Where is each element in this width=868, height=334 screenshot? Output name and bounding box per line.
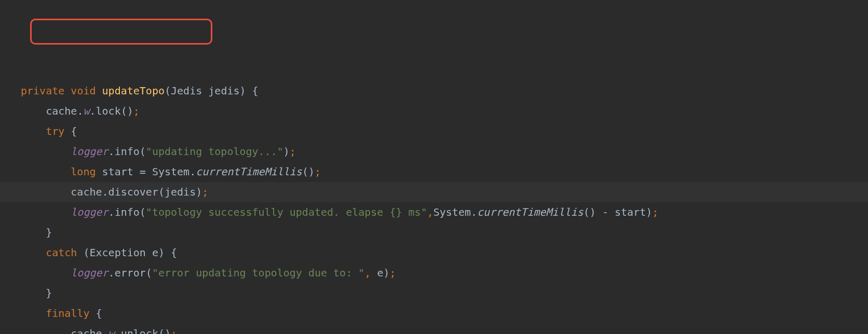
ident: cache bbox=[46, 105, 77, 117]
field: w bbox=[83, 105, 89, 117]
ident: jedis bbox=[165, 186, 196, 198]
code-line[interactable]: logger.info("updating topology..."); bbox=[0, 142, 868, 162]
field: w bbox=[108, 327, 115, 334]
paren: ( bbox=[158, 186, 165, 198]
brace: } bbox=[46, 226, 52, 239]
parens: () bbox=[302, 165, 315, 178]
brace: { bbox=[89, 307, 102, 319]
keyword: finally bbox=[46, 307, 89, 319]
code-line[interactable]: logger.error("error updating topology du… bbox=[0, 263, 868, 283]
op: = bbox=[140, 165, 152, 178]
semicolon: ; bbox=[315, 165, 321, 178]
field: logger bbox=[71, 267, 108, 279]
op: - bbox=[596, 206, 615, 218]
comma: , bbox=[364, 267, 371, 279]
paren: ( bbox=[146, 267, 152, 279]
paren: ( bbox=[165, 85, 171, 97]
string: "updating topology..." bbox=[146, 145, 283, 158]
semicolon: ; bbox=[133, 105, 140, 117]
paren: ( bbox=[140, 145, 146, 158]
code-line[interactable]: logger.info("topology successfully updat… bbox=[0, 202, 868, 222]
paren: ) bbox=[240, 85, 246, 97]
parens: () bbox=[158, 327, 171, 334]
dot: . bbox=[102, 327, 108, 334]
param-type: Jedis bbox=[171, 85, 202, 97]
paren: ( bbox=[77, 246, 89, 259]
string: "error updating topology due to: " bbox=[152, 267, 364, 279]
semicolon: ; bbox=[290, 145, 296, 158]
code-line[interactable]: } bbox=[0, 283, 868, 303]
keyword: long bbox=[71, 165, 96, 178]
keyword: try bbox=[46, 125, 64, 137]
method-call: discover bbox=[108, 186, 158, 198]
method-call: unlock bbox=[121, 327, 158, 334]
dot: . bbox=[89, 105, 96, 117]
ident: start bbox=[102, 165, 140, 178]
string: "topology successfully updated. elapse {… bbox=[146, 206, 427, 218]
paren: ) bbox=[646, 206, 652, 218]
dot: . bbox=[108, 267, 115, 279]
brace: } bbox=[46, 287, 52, 299]
keyword: void bbox=[71, 85, 96, 97]
code-line[interactable]: } bbox=[0, 222, 868, 243]
class-ref: System. bbox=[433, 206, 477, 218]
keyword: private bbox=[21, 85, 64, 97]
ident: e bbox=[146, 246, 158, 259]
parens: () bbox=[584, 206, 596, 218]
code-line-current[interactable]: cache.discover(jedis); bbox=[0, 182, 868, 202]
method-call: error bbox=[115, 267, 146, 279]
semicolon: ; bbox=[652, 206, 658, 218]
dot: . bbox=[108, 145, 115, 158]
code-line[interactable]: long start = System.currentTimeMillis(); bbox=[0, 162, 868, 182]
brace: { bbox=[64, 125, 77, 137]
field: logger bbox=[71, 145, 108, 158]
ident: cache bbox=[71, 186, 102, 198]
field: logger bbox=[71, 206, 108, 218]
paren: ) bbox=[158, 246, 165, 259]
code-line[interactable]: finally { bbox=[0, 303, 868, 324]
comma: , bbox=[427, 206, 433, 218]
brace: { bbox=[165, 246, 177, 259]
code-line[interactable]: cache.w.unlock(); bbox=[0, 324, 868, 334]
ident: e bbox=[371, 267, 383, 279]
semicolon: ; bbox=[202, 186, 208, 198]
code-line[interactable]: catch (Exception e) { bbox=[0, 243, 868, 263]
method-call: info bbox=[115, 145, 140, 158]
code-line[interactable]: private void updateTopo(Jedis jedis) { bbox=[0, 81, 868, 101]
method-call: lock bbox=[96, 105, 121, 117]
method-call: info bbox=[115, 206, 140, 218]
method-name: updateTopo bbox=[102, 85, 165, 97]
highlight-box bbox=[30, 19, 212, 45]
param-name: jedis bbox=[208, 85, 239, 97]
code-line[interactable]: cache.w.lock(); bbox=[0, 101, 868, 121]
paren: ( bbox=[140, 206, 146, 218]
static-method: currentTimeMillis bbox=[196, 165, 302, 178]
static-method: currentTimeMillis bbox=[477, 206, 584, 218]
dot: . bbox=[77, 105, 83, 117]
dot: . bbox=[102, 186, 108, 198]
dot: . bbox=[115, 327, 121, 334]
type: Exception bbox=[89, 246, 145, 259]
class-ref: System. bbox=[152, 165, 196, 178]
ident: cache bbox=[71, 327, 102, 334]
paren: ) bbox=[383, 267, 389, 279]
brace: { bbox=[246, 85, 259, 97]
dot: . bbox=[108, 206, 115, 218]
semicolon: ; bbox=[171, 327, 177, 334]
parens: () bbox=[121, 105, 133, 117]
code-editor: private void updateTopo(Jedis jedis) { c… bbox=[0, 0, 868, 334]
code-line[interactable]: try { bbox=[0, 121, 868, 142]
semicolon: ; bbox=[389, 267, 396, 279]
paren: ) bbox=[196, 186, 202, 198]
paren: ) bbox=[283, 145, 290, 158]
ident: start bbox=[615, 206, 646, 218]
keyword: catch bbox=[46, 246, 77, 259]
